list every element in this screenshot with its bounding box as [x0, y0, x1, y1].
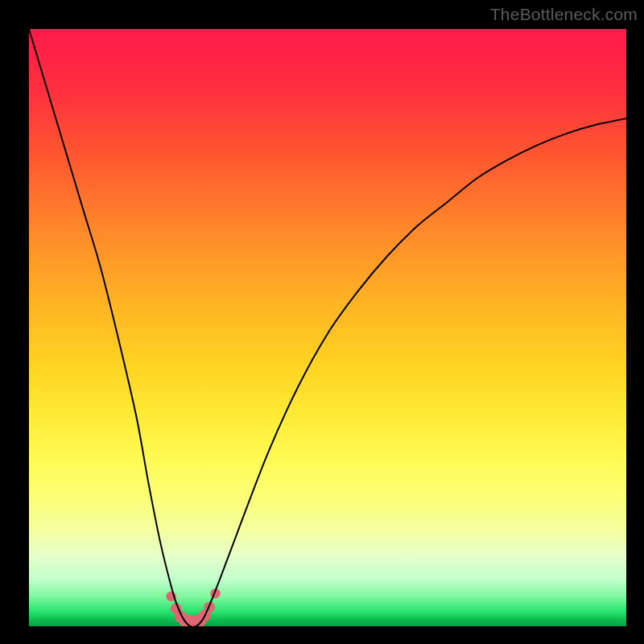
chart-svg — [29, 29, 626, 626]
plot-area — [29, 29, 626, 626]
chart-frame: TheBottleneck.com — [0, 0, 644, 644]
marker-group — [166, 588, 220, 626]
watermark-text: TheBottleneck.com — [490, 5, 638, 24]
bottleneck-curve — [29, 29, 626, 626]
